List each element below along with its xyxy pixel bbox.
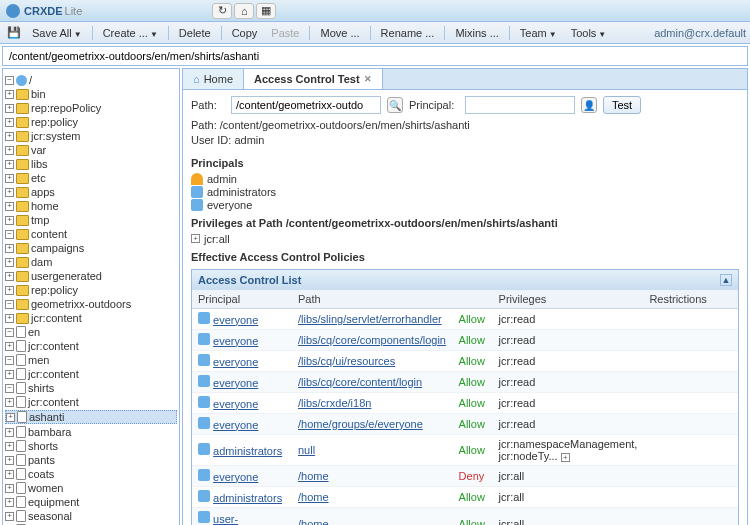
act-principal-input[interactable] [465, 96, 575, 114]
expand-icon[interactable]: + [5, 370, 14, 379]
principal-link[interactable]: everyone [213, 419, 258, 431]
expand-icon[interactable]: + [5, 118, 14, 127]
expand-icon[interactable]: + [5, 244, 14, 253]
tree-node[interactable]: +bin [5, 88, 177, 100]
expand-icon[interactable]: + [5, 286, 14, 295]
collapse-icon[interactable]: − [5, 76, 14, 85]
expand-icon[interactable]: + [5, 258, 14, 267]
expand-icon[interactable]: + [5, 104, 14, 113]
expand-icon[interactable]: + [5, 442, 14, 451]
expand-icon[interactable]: + [5, 132, 14, 141]
col-privileges[interactable]: Privileges [493, 290, 644, 309]
collapse-icon[interactable]: − [5, 328, 14, 337]
col-perm[interactable] [453, 290, 493, 309]
save-all-button[interactable]: Save All▼ [26, 25, 88, 41]
principal-link[interactable]: everyone [213, 335, 258, 347]
path-link[interactable]: /libs/cq/ui/resources [298, 355, 395, 367]
table-row[interactable]: everyone/libs/cq/core/content/loginAllow… [192, 371, 738, 392]
act-path-input[interactable] [231, 96, 381, 114]
tree-node[interactable]: +women [5, 482, 177, 494]
expand-icon[interactable]: + [5, 470, 14, 479]
path-input[interactable] [3, 47, 747, 65]
collapse-icon[interactable]: − [5, 356, 14, 365]
principal-browse-icon[interactable]: 👤 [581, 97, 597, 113]
table-row[interactable]: everyone/libs/crxde/i18nAllowjcr:read [192, 392, 738, 413]
refresh-icon[interactable]: ↻ [212, 3, 232, 19]
expand-icon[interactable]: + [5, 188, 14, 197]
tree-node[interactable]: −men [5, 354, 177, 366]
tree-node[interactable]: +usergenerated [5, 270, 177, 282]
home-icon[interactable]: ⌂ [234, 3, 254, 19]
path-link[interactable]: null [298, 444, 315, 456]
tab-access-control-test[interactable]: Access Control Test ✕ [244, 69, 383, 89]
collapse-icon[interactable]: ▲ [720, 274, 732, 286]
collapse-icon[interactable]: − [5, 300, 14, 309]
principal-link[interactable]: everyone [213, 471, 258, 483]
path-browse-icon[interactable]: 🔍 [387, 97, 403, 113]
tree-node[interactable]: +jcr:content [5, 340, 177, 352]
principal-link[interactable]: everyone [213, 398, 258, 410]
tools-button[interactable]: Tools▼ [565, 25, 613, 41]
principal-link[interactable]: everyone [213, 377, 258, 389]
expand-icon[interactable]: + [5, 146, 14, 155]
tree-node[interactable]: +pants [5, 454, 177, 466]
path-link[interactable]: /home/groups/e/everyone [298, 418, 423, 430]
tree-node[interactable]: +libs [5, 158, 177, 170]
path-link[interactable]: /libs/cq/core/content/login [298, 376, 422, 388]
expand-icon[interactable]: + [5, 512, 14, 521]
expand-icon[interactable]: + [5, 398, 14, 407]
expand-icon[interactable]: + [5, 174, 14, 183]
table-row[interactable]: administratorsnullAllowjcr:namespaceMana… [192, 434, 738, 465]
collapse-icon[interactable]: − [5, 384, 14, 393]
principal-link[interactable]: everyone [213, 356, 258, 368]
tree-node[interactable]: +campaigns [5, 242, 177, 254]
tree-node[interactable]: +jcr:system [5, 130, 177, 142]
path-link[interactable]: /libs/crxde/i18n [298, 397, 371, 409]
close-icon[interactable]: ✕ [364, 74, 372, 84]
tree-node[interactable]: −en [5, 326, 177, 338]
expand-icon[interactable]: + [5, 202, 14, 211]
tab-home[interactable]: ⌂ Home [183, 69, 244, 89]
collapse-icon[interactable]: − [5, 230, 14, 239]
tree-node[interactable]: −/ [5, 74, 177, 86]
tree-node[interactable]: +bambara [5, 426, 177, 438]
table-row[interactable]: everyone/libs/cq/core/components/loginAl… [192, 329, 738, 350]
tree-node[interactable]: +coats [5, 468, 177, 480]
tree-node[interactable]: +rep:policy [5, 284, 177, 296]
tree-node[interactable]: −content [5, 228, 177, 240]
tree-node[interactable]: +shorts [5, 440, 177, 452]
expand-icon[interactable]: + [5, 272, 14, 281]
expand-icon[interactable]: + [5, 456, 14, 465]
path-link[interactable]: /home [298, 518, 329, 525]
copy-button[interactable]: Copy [226, 25, 264, 41]
expand-icon[interactable]: + [5, 484, 14, 493]
col-path[interactable]: Path [292, 290, 453, 309]
table-row[interactable]: everyone/libs/sling/servlet/errorhandler… [192, 308, 738, 329]
tree-node[interactable]: −geometrixx-outdoors [5, 298, 177, 310]
team-button[interactable]: Team▼ [514, 25, 563, 41]
tree-node[interactable]: +jcr:content [5, 368, 177, 380]
test-button[interactable]: Test [603, 96, 641, 114]
principal-link[interactable]: administrators [213, 445, 282, 457]
expand-icon[interactable]: + [5, 314, 14, 323]
expand-icon[interactable]: + [6, 413, 15, 422]
expand-icon[interactable]: + [5, 498, 14, 507]
tree-node[interactable]: +dam [5, 256, 177, 268]
expand-icon[interactable]: + [5, 342, 14, 351]
table-row[interactable]: everyone/homeDenyjcr:all [192, 465, 738, 486]
expand-icon[interactable]: + [5, 216, 14, 225]
rename-button[interactable]: Rename ... [375, 25, 441, 41]
current-user[interactable]: admin@crx.default [654, 27, 746, 39]
tree-node[interactable]: +etc [5, 172, 177, 184]
tree-node[interactable]: +equipment [5, 496, 177, 508]
path-link[interactable]: /home [298, 470, 329, 482]
path-link[interactable]: /libs/sling/servlet/errorhandler [298, 313, 442, 325]
table-row[interactable]: user-administrators/homeAllowjcr:all [192, 507, 738, 525]
principal-link[interactable]: everyone [213, 314, 258, 326]
tree-node[interactable]: +rep:repoPolicy [5, 102, 177, 114]
tree-node[interactable]: +apps [5, 186, 177, 198]
tree-node[interactable]: +jcr:content [5, 312, 177, 324]
create-button[interactable]: Create ...▼ [97, 25, 164, 41]
tree-node[interactable]: +ashanti [5, 410, 177, 424]
path-link[interactable]: /libs/cq/core/components/login [298, 334, 446, 346]
